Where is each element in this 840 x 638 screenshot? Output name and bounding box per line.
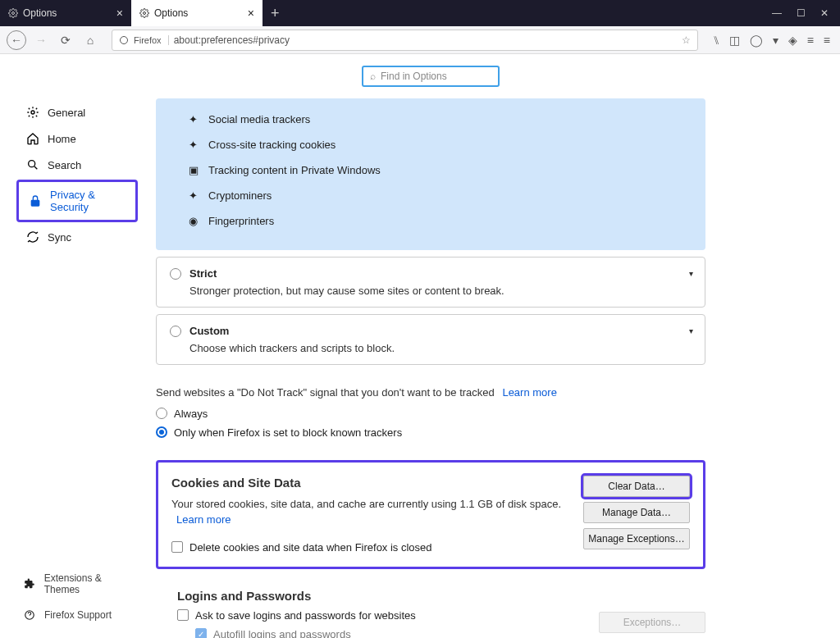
sidebar-item-sync[interactable]: Sync [0,224,148,250]
tracker-item-social: ✦Social media trackers [189,107,697,132]
checkbox-delete-cookies[interactable] [171,541,183,553]
autofill-row[interactable]: ✓ Autofill logins and passwords [195,628,582,639]
tracker-item-crypto: ✦Cryptominers [189,183,697,208]
pocket-icon[interactable]: ▾ [773,34,778,47]
question-icon [23,608,36,622]
minimize-icon[interactable]: — [772,7,782,19]
radio-custom[interactable] [170,326,181,337]
sidebar-item-label: Search [48,159,81,171]
tracker-label: Cryptominers [208,189,272,202]
search-placeholder: Find in Options [381,71,447,82]
reload-button[interactable]: ⟳ [56,30,75,50]
tracker-item-crosssite: ✦Cross-site tracking cookies [189,132,697,157]
new-tab-button[interactable]: + [262,5,288,22]
checkbox-ask-save[interactable] [177,609,189,621]
sidebar-item-support[interactable]: Firefox Support [0,602,148,628]
standard-tracking-panel: ✦Social media trackers ✦Cross-site track… [156,98,705,250]
sidebar-item-label: Extensions & Themes [44,572,138,595]
puzzle-icon [23,577,36,590]
window-controls: — ☐ ✕ [772,7,840,19]
ask-save-logins-row[interactable]: Ask to save logins and passwords for web… [177,609,582,622]
tab-options-0[interactable]: Options × [0,0,131,26]
search-icon: ⌕ [370,71,376,82]
home-button[interactable]: ⌂ [80,30,100,50]
account-icon[interactable]: ◯ [750,34,763,47]
sidebar-item-label: Sync [48,231,71,244]
option-desc: Stronger protection, but may cause some … [189,285,692,297]
close-window-icon[interactable]: ✕ [820,7,829,19]
sidebar-highlight: Privacy & Security [16,180,138,222]
url-bar[interactable]: Firefox about:preferences#privacy ☆ [112,30,698,51]
shield-icon[interactable]: ◈ [788,34,797,47]
tracker-item-content: ▣Tracking content in Private Windows [189,157,697,183]
checkbox-autofill[interactable]: ✓ [195,628,207,638]
bookmark-star-icon[interactable]: ☆ [682,34,691,46]
dnt-text: Send websites a "Do Not Track" signal th… [156,386,495,399]
social-icon: ✦ [189,113,200,125]
svg-rect-5 [31,200,39,206]
delete-cookies-checkbox-row[interactable]: Delete cookies and site data when Firefo… [171,541,567,554]
logins-section: Logins and Passwords Ask to save logins … [156,589,705,639]
close-tab-icon[interactable]: × [248,7,254,20]
manage-data-button[interactable]: Manage Data… [583,502,690,523]
tab-label: Options [23,7,57,19]
close-tab-icon[interactable]: × [116,7,123,20]
tab-label: Options [154,7,188,19]
find-in-options-input[interactable]: ⌕ Find in Options [362,66,500,87]
radio-label: Always [174,408,208,420]
exceptions-button[interactable]: Exceptions… [599,612,705,633]
logins-heading: Logins and Passwords [177,589,582,603]
sidebar-item-general[interactable]: General [0,99,148,125]
chevron-down-icon[interactable]: ▾ [689,269,693,278]
navbar: ← → ⟳ ⌂ Firefox about:preferences#privac… [0,26,840,54]
cookies-learn-more-link[interactable]: Learn more [176,513,231,526]
tracker-label: Social media trackers [208,113,310,125]
maximize-icon[interactable]: ☐ [797,7,806,19]
dnt-always[interactable]: Always [156,408,705,420]
radio-label: Only when Firefox is set to block known … [174,426,402,439]
sidebar-icon[interactable]: ◫ [729,34,740,47]
sidebar: General Home Search Privacy & Security S… [0,54,148,638]
back-button[interactable]: ← [7,30,26,50]
option-desc: Choose which trackers and scripts to blo… [189,342,692,354]
content-icon: ▣ [189,164,200,176]
fingerprint-icon: ◉ [189,215,200,227]
chevron-down-icon[interactable]: ▾ [689,326,693,335]
sidebar-item-home[interactable]: Home [0,125,148,152]
gear-icon [8,8,18,18]
svg-point-0 [12,12,15,15]
sidebar-item-search[interactable]: Search [0,152,148,178]
strict-option[interactable]: Strict ▾ Stronger protection, but may ca… [156,257,705,308]
gear-icon [139,8,149,18]
tracker-label: Cross-site tracking cookies [208,139,336,151]
preferences-content: ⌕ Find in Options ✦Social media trackers… [148,54,738,638]
svg-point-4 [29,161,35,167]
cookies-heading: Cookies and Site Data [171,476,567,490]
forward-button[interactable]: → [31,30,51,50]
menu-icon[interactable]: ≡ [824,34,830,47]
svg-point-3 [31,111,34,114]
dnt-onlywhen[interactable]: Only when Firefox is set to block known … [156,426,705,439]
sidebar-footer: Extensions & Themes Firefox Support [0,566,148,628]
library-icon[interactable]: ⑊ [713,34,719,47]
search-icon [26,158,39,171]
home-icon [26,132,39,145]
custom-option[interactable]: Custom ▾ Choose which trackers and scrip… [156,314,705,365]
tab-options-1[interactable]: Options × [131,0,262,26]
radio-strict[interactable] [170,268,181,280]
download-icon[interactable]: ≡ [807,34,814,47]
crypto-icon: ✦ [189,189,200,202]
manage-exceptions-button[interactable]: Manage Exceptions… [583,528,690,549]
cookies-section: Cookies and Site Data Your stored cookie… [156,460,705,569]
dnt-learn-more-link[interactable]: Learn more [502,386,556,399]
sidebar-item-privacy[interactable]: Privacy & Security [19,182,135,220]
cookies-body: Your stored cookies, site data, and cach… [171,498,561,510]
sync-icon [26,230,39,244]
sidebar-item-extensions[interactable]: Extensions & Themes [0,566,148,602]
sidebar-item-label: Firefox Support [44,609,112,621]
checkbox-label: Autofill logins and passwords [213,628,351,639]
clear-data-button[interactable]: Clear Data… [583,476,690,497]
radio-onlywhen[interactable] [156,426,167,438]
radio-always[interactable] [156,408,167,419]
sidebar-item-label: General [48,107,85,119]
